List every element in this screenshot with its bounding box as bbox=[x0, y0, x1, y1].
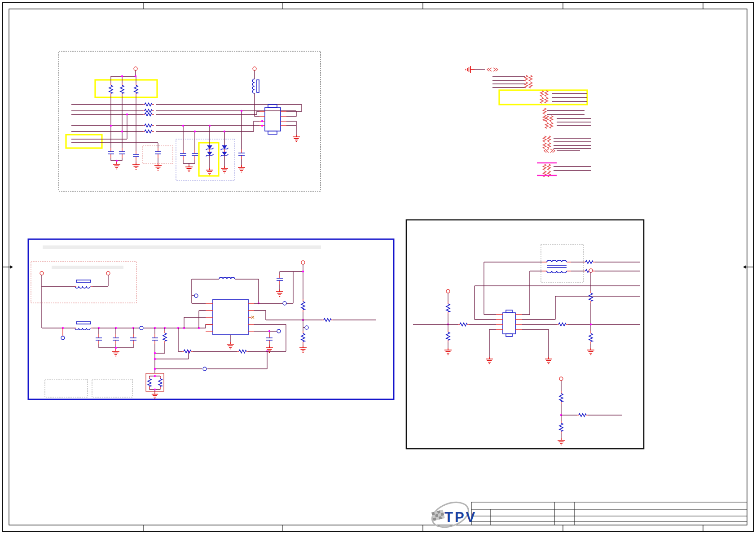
illegible-text-artifact bbox=[52, 266, 123, 269]
converter-ic bbox=[213, 299, 248, 335]
output-inductor-icon bbox=[219, 277, 235, 279]
tvs-diode-pair bbox=[221, 145, 229, 157]
esd-group-outline bbox=[176, 139, 235, 180]
resistor-pack bbox=[545, 116, 553, 128]
interface-block bbox=[406, 220, 644, 449]
ferrite-bead-icon bbox=[75, 328, 90, 330]
highlight-signal-pair bbox=[66, 135, 102, 148]
schematic-canvas: TPV bbox=[0, 0, 756, 534]
connector-symbol bbox=[259, 105, 286, 134]
choke-coil-icon bbox=[547, 271, 567, 273]
zone-tick-marks bbox=[143, 3, 703, 531]
tpv-logo: TPV bbox=[429, 498, 477, 532]
off-page-chevrons-icon bbox=[544, 149, 555, 153]
no-connect-x bbox=[251, 316, 254, 319]
resistor-pack bbox=[525, 75, 532, 88]
schematic-page: TPV bbox=[0, 0, 756, 534]
choke-coil-icon bbox=[547, 260, 567, 262]
illegible-text-artifact bbox=[43, 245, 321, 249]
ferrite-bead-icon bbox=[75, 286, 90, 288]
highlight-pullup-resistors bbox=[95, 80, 157, 97]
resistor-network-block bbox=[466, 66, 592, 177]
empty-option-outline bbox=[45, 379, 88, 397]
resistor-pack bbox=[543, 136, 551, 149]
logo-text: TPV bbox=[444, 509, 477, 525]
power-terminal bbox=[253, 67, 256, 70]
test-point bbox=[140, 326, 143, 330]
empty-option-outline bbox=[92, 379, 132, 397]
block-outline bbox=[28, 239, 394, 399]
center-mark-right bbox=[743, 265, 753, 269]
power-terminal bbox=[134, 67, 137, 70]
logo-checker-icon bbox=[431, 510, 445, 521]
tvs-diode-pair bbox=[206, 145, 214, 157]
inductor-icon bbox=[252, 79, 255, 93]
connector-protection-block bbox=[59, 51, 321, 191]
center-mark-left bbox=[3, 265, 13, 269]
off-page-chevrons-icon bbox=[487, 68, 498, 71]
title-block: TPV bbox=[429, 498, 747, 532]
interface-ic bbox=[503, 313, 515, 334]
rotated-ground-icon bbox=[466, 66, 475, 73]
resistor-pack bbox=[541, 91, 548, 103]
resistor-pack bbox=[543, 108, 546, 121]
power-converter-block bbox=[28, 239, 394, 399]
choke-outline bbox=[541, 245, 584, 282]
block-outline bbox=[406, 220, 644, 449]
